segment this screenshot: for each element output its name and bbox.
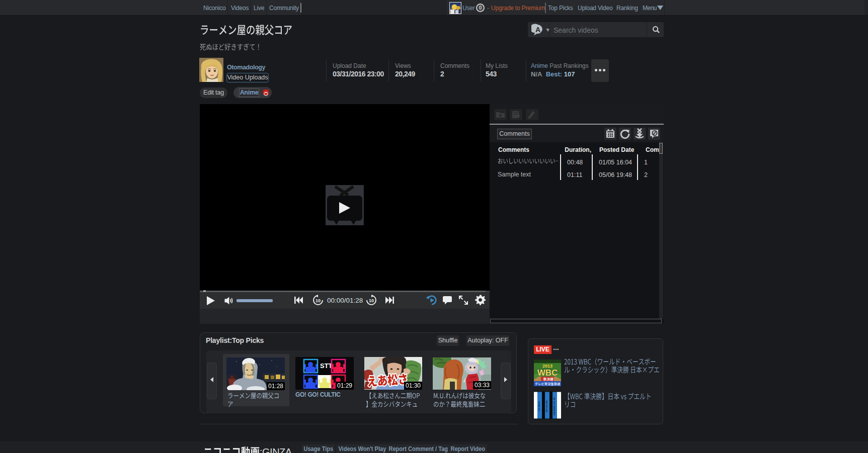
svg-text:UN COLORE: UN COLORE <box>545 400 548 412</box>
svg-text:STA BENE COL NE: STA BENE COL NE <box>553 397 556 415</box>
svg-text:WBC: WBC <box>537 368 558 378</box>
svg-text:10: 10 <box>315 298 321 303</box>
svg-text:C'E SOLO: C'E SOLO <box>538 402 540 411</box>
svg-text:10: 10 <box>369 298 374 303</box>
svg-text:A: A <box>535 26 540 34</box>
